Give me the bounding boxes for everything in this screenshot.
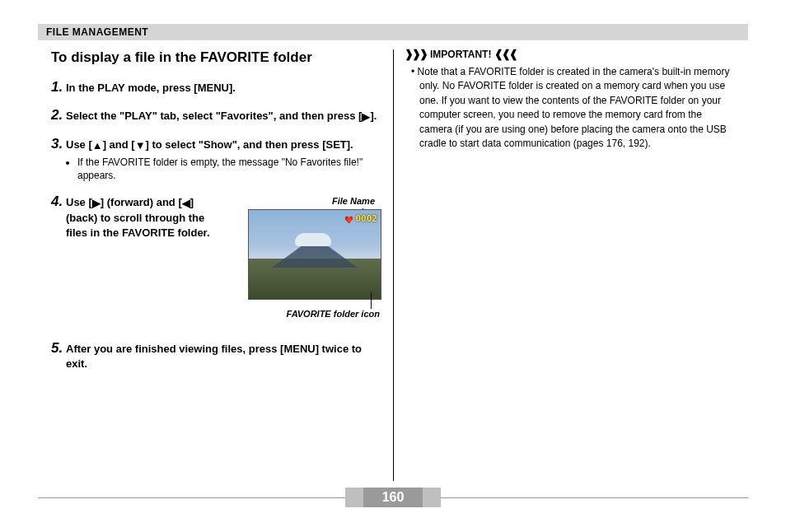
section-header-text: FILE MANAGEMENT: [46, 26, 148, 38]
important-body: • Note that a FAVORITE folder is created…: [405, 65, 735, 151]
down-triangle-icon: ▼: [135, 138, 146, 153]
column-divider: [393, 49, 394, 481]
important-label: IMPORTANT!: [430, 49, 491, 60]
figure-caption: FAVORITE folder icon: [229, 308, 381, 320]
step-3: 3. Use [▲] and [▼] to select "Show", and…: [51, 136, 381, 183]
arrows-right-icon: ❱❱❱: [405, 48, 427, 60]
heart-icon: [344, 215, 354, 225]
step-text: After you are finished viewing files, pr…: [66, 342, 381, 371]
step-number: 5.: [51, 340, 66, 357]
arrows-left-icon: ❰❰❰: [494, 48, 517, 60]
page-number: 160: [363, 488, 423, 507]
favorite-badge: 0002: [344, 213, 378, 226]
step-1: 1. In the PLAY mode, press [MENU].: [51, 79, 381, 96]
section-header: FILE MANAGEMENT: [38, 24, 748, 40]
step-number: 4.: [51, 194, 66, 210]
step-note: If the FAVORITE folder is empty, the mes…: [77, 156, 381, 182]
file-number: 0002: [356, 213, 378, 226]
step-text: Select the "PLAY" tab, select "Favorites…: [66, 109, 381, 124]
step-5: 5. After you are finished viewing files,…: [51, 340, 381, 371]
step-text: Use [▶] (forward) and [◀] (back) to scro…: [66, 195, 381, 320]
step-text: Use [▲] and [▼] to select "Show", and th…: [66, 138, 381, 183]
leader-line-icon: [371, 292, 372, 309]
figure: File Name 0002 FAVORITE folder icon: [229, 195, 381, 320]
step-note-list: If the FAVORITE folder is empty, the mes…: [66, 156, 381, 182]
right-triangle-icon: ▶: [92, 196, 101, 211]
left-triangle-icon: ◀: [182, 196, 190, 211]
favorite-thumbnail: 0002: [248, 209, 381, 300]
footer-pager-right: [423, 488, 441, 507]
important-heading: ❱❱❱ IMPORTANT! ❰❰❰: [405, 48, 735, 60]
footer: 160: [38, 488, 748, 509]
figure-label-filename: File Name: [229, 195, 381, 208]
step-number: 2.: [51, 107, 66, 124]
step-4: 4. Use [▶] (forward) and [◀] (back) to s…: [51, 194, 381, 320]
step-2: 2. Select the "PLAY" tab, select "Favori…: [51, 107, 381, 124]
left-column: To display a file in the FAVORITE folder…: [40, 48, 393, 484]
step-number: 1.: [51, 79, 66, 96]
step-text: In the PLAY mode, press [MENU].: [66, 81, 381, 96]
right-column: ❱❱❱ IMPORTANT! ❰❰❰ • Note that a FAVORIT…: [393, 48, 746, 484]
footer-pager-left: [345, 488, 363, 507]
up-triangle-icon: ▲: [92, 138, 103, 153]
page-title: To display a file in the FAVORITE folder: [51, 49, 381, 66]
step-number: 3.: [51, 136, 66, 152]
snowcap-shape: [295, 233, 331, 246]
right-triangle-icon: ▶: [362, 110, 370, 124]
